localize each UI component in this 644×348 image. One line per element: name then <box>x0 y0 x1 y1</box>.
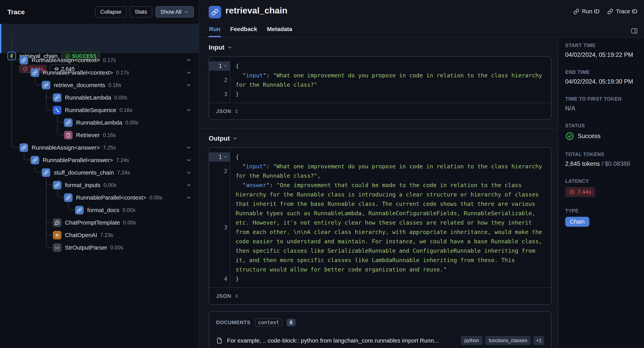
tree-row-duration: 7.24s <box>116 157 129 163</box>
context-tag: context <box>255 318 282 326</box>
tree-row[interactable]: stuff_documents_chain7.24s <box>54 168 130 177</box>
tree-row-duration: 0.00s <box>110 245 123 251</box>
input-format-select[interactable]: JSON <box>216 108 239 114</box>
input-section: Input 1{2 "input": "What one improvement… <box>200 44 558 120</box>
retriever-icon <box>64 131 72 139</box>
tree-row[interactable]: RunnableParallel<context>0.00s <box>76 193 162 202</box>
total-tokens-group: TOTAL TOKENS 2,645 tokens / $0.08388 <box>565 151 640 167</box>
trace-panel-header: Trace Collapse Stats Show All <box>0 0 199 24</box>
id-buttons: Run ID Trace ID <box>574 8 637 15</box>
chevron-down-icon[interactable] <box>186 170 192 175</box>
start-time-group: START TIME 04/02/2024, 05:19:22 PM <box>565 43 640 58</box>
line-number[interactable]: 1 <box>209 152 230 162</box>
input-section-heading[interactable]: Input <box>209 44 552 51</box>
tree-row-label: RunnableSequence <box>65 107 116 113</box>
document-row[interactable]: For example, .. code-block:: python from… <box>216 336 544 345</box>
input-code-footer: JSON <box>209 103 551 119</box>
tree-row[interactable]: RunnableParallel<context>0.17s <box>43 68 129 77</box>
documents-header: DOCUMENTS context 8 <box>216 318 544 326</box>
tree-row[interactable]: RunnableAssign<context>0.17s <box>32 56 116 64</box>
tree-row-duration: 0.00s <box>114 95 127 101</box>
chevron-down-icon[interactable] <box>186 107 192 113</box>
tree-row[interactable]: ChatPromptTemplate0.00s <box>65 218 136 227</box>
tree-row[interactable]: RunnableParallel<answer>7.24s <box>43 156 129 164</box>
chain-icon <box>20 143 28 152</box>
line-number[interactable]: 3 <box>209 181 230 274</box>
output-format-select[interactable]: JSON <box>216 293 239 299</box>
stats-button[interactable]: Stats <box>130 6 152 18</box>
tree-connector <box>57 190 64 198</box>
chevron-down-icon[interactable] <box>186 183 192 188</box>
tree-row[interactable]: StrOutputParser0.00s <box>65 243 123 252</box>
chain-icon <box>30 68 39 77</box>
tree-row[interactable]: RunnableSequence0.16s <box>65 106 132 114</box>
trace-root-node[interactable]: retrieval_chain SUCCESS 7.44s 2,645 <box>0 24 199 53</box>
fold-chevron-icon[interactable] <box>224 155 228 159</box>
chevron-down-icon <box>232 136 238 141</box>
tree-row[interactable]: RunnableAssign<answer>7.25s <box>32 143 116 152</box>
show-all-label: Show All <box>160 9 182 15</box>
tab-metadata[interactable]: Metadata <box>266 26 293 37</box>
tree-row[interactable]: RunnableLambda0.00s <box>65 93 127 102</box>
chain-icon <box>30 156 39 164</box>
tree-row[interactable]: format_docs0.00s <box>87 206 135 214</box>
tree-row[interactable]: RunnableLambda0.00s <box>76 118 138 127</box>
line-number[interactable]: 2 <box>209 71 230 89</box>
clock-icon <box>569 189 575 195</box>
cost-value: / $0.08388 <box>600 160 630 167</box>
line-number[interactable]: 2 <box>209 162 230 181</box>
tree-row[interactable]: Retriever0.16s <box>76 131 116 139</box>
tree-row-label: StrOutputParser <box>65 244 107 251</box>
chevron-down-icon[interactable] <box>186 70 192 75</box>
tab-feedback[interactable]: Feedback <box>230 26 258 37</box>
tree-row-duration: 0.00s <box>150 195 162 201</box>
panel-toggle-icon[interactable] <box>630 27 638 35</box>
run-id-button[interactable]: Run ID <box>574 8 600 15</box>
tree-row-label: RunnableAssign<context> <box>32 57 100 64</box>
tree-row-label: format_inputs <box>65 182 100 189</box>
chain-icon <box>53 93 62 102</box>
documents-card: DOCUMENTS context 8 For example, .. code… <box>209 311 552 348</box>
tree-connector <box>12 37 20 148</box>
show-all-dropdown[interactable]: Show All <box>156 6 194 18</box>
output-code-card: 1{2 "input": "What one improvement do yo… <box>209 147 552 305</box>
output-section: Output 1{2 "input": "What one improvemen… <box>200 135 558 305</box>
line-number[interactable]: 3 <box>209 89 230 99</box>
doc-tag: functions_classes <box>485 336 531 345</box>
line-number[interactable]: 4 <box>209 274 230 284</box>
chevron-down-icon[interactable] <box>186 195 192 200</box>
chevron-down-icon[interactable] <box>186 57 192 63</box>
chain-icon <box>75 206 84 214</box>
tree-row[interactable]: ChatOpenAI7.23s <box>65 231 113 239</box>
check-circle-icon <box>565 132 574 141</box>
tree-row-duration: 0.16s <box>108 82 121 88</box>
tree-row[interactable]: format_inputs0.00s <box>65 181 116 190</box>
run-detail-content: Input 1{2 "input": "What one improvement… <box>200 38 558 348</box>
tab-run[interactable]: Run <box>209 26 221 37</box>
line-number[interactable]: 1 <box>209 61 230 71</box>
output-code-editor[interactable]: 1{2 "input": "What one improvement do yo… <box>209 148 551 287</box>
doc-tag-more[interactable]: +1 <box>534 336 544 345</box>
status-group: STATUS Success <box>565 123 640 141</box>
end-time-group: END TIME 04/02/2024, 05:19:30 PM <box>565 69 640 85</box>
chain-icon <box>42 81 50 89</box>
langsmith-trace-view: Trace Collapse Stats Show All <box>0 0 644 348</box>
chevron-down-icon[interactable] <box>186 157 192 163</box>
fold-chevron-icon[interactable] <box>224 64 228 68</box>
link-icon <box>574 9 579 15</box>
trace-id-button[interactable]: Trace ID <box>607 8 637 15</box>
collapse-button[interactable]: Collapse <box>95 6 126 18</box>
tree-row-duration: 0.00s <box>122 207 135 213</box>
documents-title: DOCUMENTS <box>216 319 250 325</box>
chevron-down-icon[interactable] <box>186 145 192 150</box>
output-section-heading[interactable]: Output <box>209 135 552 142</box>
chain-icon <box>64 118 72 127</box>
input-code-editor[interactable]: 1{2 "input": "What one improvement do yo… <box>209 57 551 103</box>
svg-text:{x}: {x} <box>55 246 60 249</box>
unfold-icon <box>234 293 239 299</box>
chevron-down-icon[interactable] <box>186 82 192 88</box>
document-snippet: For example, .. code-block:: python from… <box>227 337 456 344</box>
chain-icon <box>20 56 28 64</box>
sequence-icon <box>53 106 62 114</box>
tree-row[interactable]: retrieve_documents0.16s <box>54 81 121 89</box>
